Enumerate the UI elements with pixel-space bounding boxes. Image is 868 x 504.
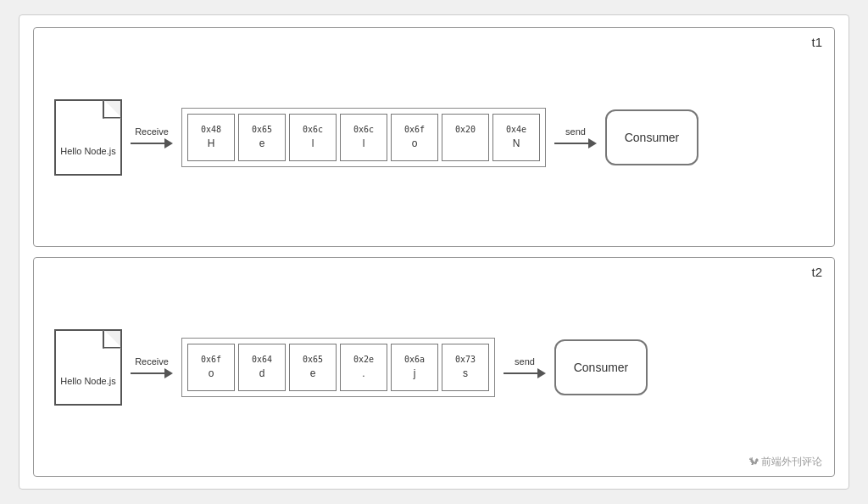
receive-arrow-line-t2 bbox=[131, 368, 173, 378]
consumer-box-t1: Consumer bbox=[605, 109, 698, 165]
consumer-box-t2: Consumer bbox=[554, 339, 648, 395]
cell-hex-t1-5: 0x20 bbox=[455, 125, 476, 134]
cell-hex-t2-0: 0x6f bbox=[201, 355, 221, 364]
receive-label-t1: Receive bbox=[135, 126, 169, 137]
cell-hex-t2-1: 0x64 bbox=[252, 355, 272, 364]
diagram-row-t1: Hello Node.js Receive 0x48 H 0x65 e bbox=[54, 99, 814, 176]
time-label-t2: t2 bbox=[811, 265, 822, 279]
buffer-cell-t2-2: 0x65 e bbox=[289, 344, 337, 391]
buffer-cell-t1-4: 0x6f o bbox=[391, 114, 438, 161]
cell-hex-t2-2: 0x65 bbox=[303, 355, 323, 364]
file-text-t1: Hello Node.js bbox=[56, 145, 120, 158]
send-arrow-t1: send bbox=[554, 126, 597, 148]
buffer-t2: 0x6f o 0x64 d 0x65 e 0x2e . 0x6a j bbox=[181, 338, 495, 397]
watermark-text: 前端外刊评论 bbox=[761, 456, 822, 468]
cell-hex-t2-3: 0x2e bbox=[353, 355, 374, 364]
diagram-row-t2: Hello Node.js Receive 0x6f o 0x64 d bbox=[54, 329, 814, 406]
buffer-cell-t1-3: 0x6c l bbox=[340, 114, 387, 161]
buffer-cell-t1-5: 0x20 bbox=[442, 114, 489, 161]
buffer-cell-t2-4: 0x6a j bbox=[391, 344, 438, 391]
cell-char-t1-0: H bbox=[208, 137, 215, 149]
cell-char-t1-2: l bbox=[312, 137, 314, 149]
buffer-cell-t2-5: 0x73 s bbox=[442, 344, 489, 391]
buffer-cell-t1-1: 0x65 e bbox=[238, 114, 286, 161]
arrow-head-receive-t1 bbox=[164, 138, 173, 148]
send-arrow-line-t2 bbox=[504, 368, 546, 378]
buffer-cell-t1-6: 0x4e N bbox=[492, 114, 540, 161]
file-icon-t2: Hello Node.js bbox=[54, 329, 122, 406]
cell-hex-t1-3: 0x6c bbox=[353, 125, 374, 134]
cell-char-t2-1: d bbox=[259, 367, 265, 379]
file-text-t2: Hello Node.js bbox=[56, 375, 120, 388]
buffer-cell-t2-0: 0x6f o bbox=[187, 344, 235, 391]
diagram-box-t1: t1 Hello Node.js Receive 0x48 H bbox=[33, 27, 835, 247]
arrow-shaft-send-t1 bbox=[554, 143, 588, 144]
cell-hex-t1-1: 0x65 bbox=[252, 125, 272, 134]
cell-hex-t2-4: 0x6a bbox=[404, 355, 425, 364]
receive-arrow-line-t1 bbox=[131, 138, 173, 148]
send-arrow-line-t1 bbox=[554, 138, 597, 148]
cell-char-t1-3: l bbox=[363, 137, 365, 149]
send-label-t1: send bbox=[565, 126, 586, 137]
buffer-cell-t2-1: 0x64 d bbox=[238, 344, 286, 391]
arrow-shaft-receive-t1 bbox=[131, 143, 164, 144]
cell-char-t2-0: o bbox=[209, 367, 214, 379]
arrow-head-receive-t2 bbox=[164, 368, 173, 378]
cell-hex-t1-0: 0x48 bbox=[201, 125, 221, 134]
receive-arrow-t1: Receive bbox=[131, 126, 173, 148]
cell-hex-t1-6: 0x4e bbox=[506, 125, 526, 134]
buffer-cell-t2-3: 0x2e . bbox=[340, 344, 387, 391]
receive-arrow-t2: Receive bbox=[131, 356, 173, 378]
cell-char-t2-4: j bbox=[414, 367, 416, 379]
cell-char-t1-1: e bbox=[259, 137, 265, 149]
send-arrow-t2: send bbox=[504, 356, 546, 378]
buffer-t1: 0x48 H 0x65 e 0x6c l 0x6c l 0x6f o bbox=[181, 108, 546, 167]
file-icon-t1: Hello Node.js bbox=[54, 99, 122, 176]
arrow-shaft-receive-t2 bbox=[131, 372, 164, 374]
watermark: 🐿 前端外刊评论 bbox=[748, 455, 822, 469]
consumer-label-t2: Consumer bbox=[574, 361, 629, 374]
arrow-shaft-send-t2 bbox=[504, 372, 537, 374]
cell-char-t2-3: . bbox=[362, 367, 364, 379]
cell-hex-t2-5: 0x73 bbox=[455, 355, 476, 364]
main-container: t1 Hello Node.js Receive 0x48 H bbox=[19, 14, 849, 490]
cell-char-t1-5 bbox=[464, 137, 466, 149]
cell-char-t2-5: s bbox=[463, 367, 468, 379]
watermark-icon: 🐿 bbox=[748, 456, 759, 468]
cell-char-t2-2: e bbox=[310, 367, 316, 379]
arrow-head-send-t2 bbox=[537, 368, 546, 378]
send-label-t2: send bbox=[515, 356, 535, 367]
time-label-t1: t1 bbox=[811, 35, 822, 49]
cell-hex-t1-4: 0x6f bbox=[404, 125, 425, 134]
cell-char-t1-4: o bbox=[412, 137, 418, 149]
arrow-head-send-t1 bbox=[588, 138, 597, 148]
diagram-box-t2: t2 Hello Node.js Receive 0x6f o bbox=[33, 257, 835, 477]
buffer-cell-t1-0: 0x48 H bbox=[187, 114, 235, 161]
consumer-label-t1: Consumer bbox=[625, 131, 680, 144]
receive-label-t2: Receive bbox=[135, 356, 169, 367]
cell-hex-t1-2: 0x6c bbox=[303, 125, 323, 134]
buffer-cell-t1-2: 0x6c l bbox=[289, 114, 337, 161]
cell-char-t1-6: N bbox=[513, 137, 520, 149]
